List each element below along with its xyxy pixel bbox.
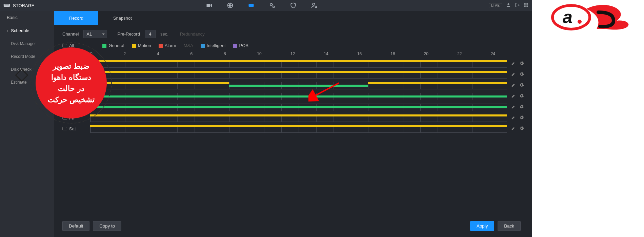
schedule-bar[interactable] xyxy=(368,82,507,84)
shield-icon[interactable] xyxy=(289,2,297,9)
sidebar-item-schedule[interactable]: Schedule xyxy=(0,24,54,37)
user-icon[interactable] xyxy=(506,2,511,9)
timeline[interactable] xyxy=(90,123,507,134)
axis-tick: 8 xyxy=(224,51,257,58)
schedule-bar[interactable] xyxy=(90,71,507,73)
axis-tick: 24 xyxy=(491,51,524,58)
default-button[interactable]: Default xyxy=(62,221,89,231)
svg-point-7 xyxy=(315,6,317,8)
schedule-bar[interactable] xyxy=(90,106,507,108)
edit-icon[interactable] xyxy=(511,115,516,121)
schedule-row: Tue xyxy=(62,80,524,91)
swatch-general xyxy=(102,44,106,48)
channel-label: Channel xyxy=(62,31,79,37)
legend-alarm: Alarm xyxy=(165,43,176,48)
schedule-row: Wed xyxy=(62,91,524,102)
legend-motion: Motion xyxy=(138,43,151,48)
schedule-grid: 024681012141618202224 SunMonTueWedThuFri… xyxy=(54,49,532,134)
schedule-bar[interactable] xyxy=(90,95,507,98)
edit-icon[interactable] xyxy=(511,104,516,110)
schedule-controls: Channel A1 Pre-Record sec. Redundancy xyxy=(54,25,532,40)
footer: Default Copy to Apply Back xyxy=(54,216,532,237)
sidebar-item-basic[interactable]: Basic xyxy=(0,11,54,24)
axis-tick: 10 xyxy=(257,51,290,58)
channel-select[interactable]: A1 xyxy=(83,30,107,38)
axis-tick: 20 xyxy=(424,51,457,58)
timeline[interactable] xyxy=(90,58,507,69)
sidebar-item-disk-manager[interactable]: Disk Manager xyxy=(0,37,54,50)
day-label: Sat xyxy=(69,126,76,131)
globe-icon[interactable] xyxy=(226,2,234,9)
user-settings-icon[interactable] xyxy=(310,2,318,9)
gear-icon[interactable] xyxy=(519,115,524,121)
svg-rect-10 xyxy=(526,3,528,4)
swatch-alarm xyxy=(159,44,163,48)
svg-rect-9 xyxy=(524,3,526,4)
edit-icon[interactable] xyxy=(511,83,516,88)
schedule-row: Thu xyxy=(62,102,524,112)
day-checkbox[interactable] xyxy=(62,127,67,130)
main-panel: Record Snapshot Channel A1 Pre-Record se… xyxy=(54,11,532,237)
svg-rect-12 xyxy=(526,5,528,7)
axis-tick: 6 xyxy=(190,51,223,58)
brand-logo: a xyxy=(546,2,641,33)
prerecord-input[interactable] xyxy=(145,30,156,38)
timeline[interactable] xyxy=(90,102,507,112)
sec-label: sec. xyxy=(160,31,168,37)
topbar: STORAGE LIVE xyxy=(0,0,532,11)
legend-intelligent: Intelligent xyxy=(207,43,226,48)
timeline[interactable] xyxy=(90,112,507,123)
axis-tick: 2 xyxy=(123,51,157,58)
timeline[interactable] xyxy=(90,69,507,80)
settings-icon[interactable] xyxy=(268,2,276,9)
legend-ma: M&A xyxy=(184,43,193,48)
axis-tick: 18 xyxy=(390,51,424,58)
schedule-bar[interactable] xyxy=(90,114,507,116)
schedule-row: Fri xyxy=(62,112,524,123)
edit-icon[interactable] xyxy=(511,93,516,99)
tab-snapshot[interactable]: Snapshot xyxy=(98,11,147,25)
gear-icon[interactable] xyxy=(519,72,524,78)
svg-rect-3 xyxy=(248,4,254,7)
schedule-bar[interactable] xyxy=(229,85,368,87)
gear-icon[interactable] xyxy=(519,104,524,110)
back-button[interactable]: Back xyxy=(498,221,521,231)
schedule-row: Mon xyxy=(62,69,524,80)
axis-tick: 4 xyxy=(157,51,190,58)
schedule-row: Sun xyxy=(62,58,524,69)
timeline[interactable] xyxy=(90,91,507,102)
svg-point-5 xyxy=(273,6,274,8)
topbar-nav xyxy=(205,2,318,9)
gear-icon[interactable] xyxy=(519,83,524,88)
storage-nav-icon[interactable] xyxy=(247,2,255,9)
camera-icon[interactable] xyxy=(205,2,213,9)
sidebar: Basic Schedule Disk Manager Record Mode … xyxy=(0,11,54,237)
svg-point-6 xyxy=(313,3,315,5)
tabs: Record Snapshot xyxy=(54,11,532,25)
edit-icon[interactable] xyxy=(511,61,516,67)
redundancy-label: Redundancy xyxy=(180,31,205,37)
gear-icon[interactable] xyxy=(519,93,524,99)
swatch-intelligent xyxy=(201,44,205,48)
schedule-row: Sat xyxy=(62,123,524,134)
prerecord-label: Pre-Record xyxy=(117,31,140,37)
schedule-bar[interactable] xyxy=(90,125,507,127)
svg-rect-11 xyxy=(524,5,526,7)
promo-badge: ضبط تصویر دستگاه داهوا در حالت تشخیص حرک… xyxy=(36,47,107,118)
gear-icon[interactable] xyxy=(519,126,524,132)
legend-pos: POS xyxy=(239,43,248,48)
tab-record[interactable]: Record xyxy=(54,11,98,25)
gear-icon[interactable] xyxy=(519,61,524,67)
schedule-bar[interactable] xyxy=(90,60,507,62)
edit-icon[interactable] xyxy=(511,126,516,132)
grid-icon[interactable] xyxy=(523,2,529,9)
svg-point-4 xyxy=(270,3,273,6)
logout-icon[interactable] xyxy=(515,2,520,9)
live-badge[interactable]: LIVE xyxy=(489,3,502,8)
axis-labels: 024681012141618202224 xyxy=(90,51,524,58)
copyto-button[interactable]: Copy to xyxy=(93,221,121,231)
edit-icon[interactable] xyxy=(511,72,516,78)
apply-button[interactable]: Apply xyxy=(470,221,494,231)
axis-tick: 12 xyxy=(290,51,324,58)
timeline[interactable] xyxy=(90,80,507,91)
